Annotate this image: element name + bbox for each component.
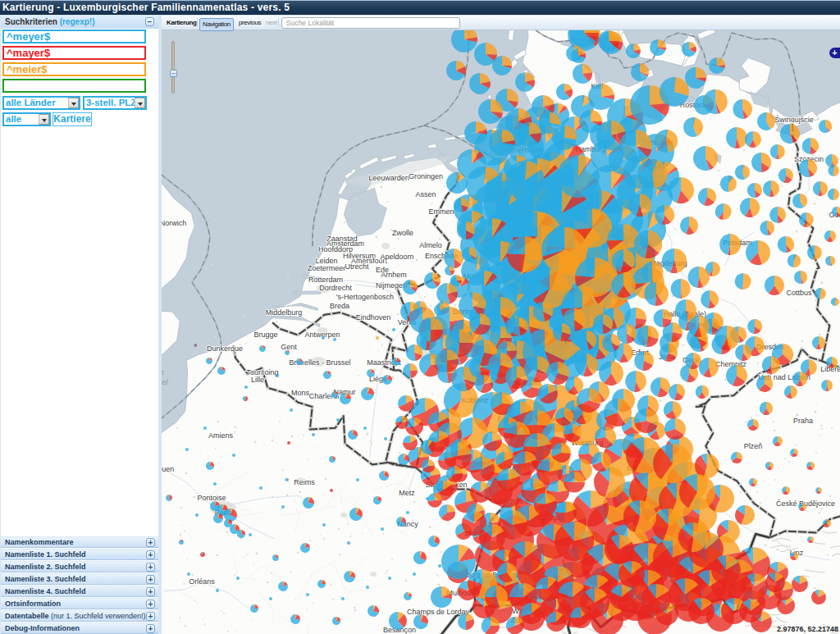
sea-label: English (162, 367, 164, 376)
small-marker-dot (290, 408, 293, 412)
select-alle-arrow[interactable] (39, 114, 49, 125)
sidebar-body: ^meyer$ ^mayer$ ^meier$ alle Länder 3-st… (1, 29, 158, 536)
small-marker-dot (413, 572, 416, 576)
search-field-2[interactable]: ^mayer$ (2, 46, 146, 60)
accordion-section-4[interactable]: Namenliste 3. Suchfeld + (1, 573, 158, 585)
small-marker-dot (438, 564, 441, 568)
city-label: Champs de Lorday (407, 608, 470, 616)
accordion-section-5[interactable]: Namenliste 4. Suchfeld + (1, 586, 158, 597)
city-label: Almelo (419, 241, 442, 249)
toolbar-previous-button[interactable]: previous (239, 18, 261, 28)
city-label: Utrecht (345, 262, 369, 271)
small-marker-dot (381, 527, 384, 531)
cursor-coordinates: 2.97876, 52.21748 (777, 625, 838, 633)
small-marker-dot (287, 441, 290, 445)
small-marker-dot (187, 572, 190, 576)
city-label: Rotterdam (308, 276, 343, 284)
expand-section-button[interactable]: + (146, 600, 155, 609)
accordion-section-3[interactable]: Namenliste 2. Suchfeld + (1, 561, 158, 572)
city-label: Middelburg (266, 308, 303, 317)
expand-section-button[interactable]: + (146, 563, 155, 572)
search-field-4[interactable] (2, 79, 146, 93)
city-label: Świnoujście (774, 115, 814, 124)
city-label: Brugge (253, 331, 277, 339)
small-marker-dot (185, 448, 189, 451)
city-label: Zwolle (392, 229, 413, 237)
small-marker-dot (306, 593, 309, 596)
select-plz-value: 3-stell. PLZ (86, 98, 136, 107)
accordion-section-8[interactable]: Debug-Informationen + (1, 623, 158, 634)
search-field-3[interactable]: ^meier$ (2, 62, 146, 76)
collapse-panel-button[interactable]: − (145, 17, 154, 26)
small-marker-dot (322, 523, 326, 527)
expand-section-button[interactable]: + (146, 575, 155, 584)
window-title: Kartierung - Luxemburgischer Familiennam… (0, 0, 840, 15)
small-marker-dot (366, 586, 369, 589)
select-countries[interactable]: alle Länder (2, 96, 80, 110)
small-marker-dot (384, 437, 387, 440)
zoom-slider[interactable] (171, 41, 175, 94)
expand-section-button[interactable]: + (146, 612, 155, 621)
accordion-label: Namenliste 2. Suchfeld (5, 563, 86, 571)
accordion-section-7[interactable]: Datentabelle (nur 1. Suchfeld verwenden!… (1, 610, 158, 622)
small-marker-dot (195, 513, 199, 517)
city-label: Lille (251, 376, 264, 384)
accordion-label: Debug-Informationen (5, 624, 80, 632)
city-label: Zoetermeer (308, 264, 346, 272)
zoom-in-button[interactable]: + (829, 48, 840, 58)
city-label: Arnhem (381, 271, 407, 279)
accordion-section-1[interactable]: Namenkommentare + (1, 536, 158, 548)
search-field-1[interactable]: ^meyer$ (2, 30, 146, 43)
expand-section-button[interactable]: + (146, 587, 155, 596)
small-marker-dot (392, 328, 395, 331)
locality-search-input[interactable] (281, 17, 460, 29)
sidebar: Suchkriterien (regexp!) − ^meyer$ ^mayer… (1, 16, 158, 634)
small-marker-dot (276, 374, 279, 377)
accordion-section-6[interactable]: Ortsinformation + (1, 598, 158, 609)
city-label: Norwich (162, 219, 186, 227)
small-marker-dot (203, 426, 207, 430)
toolbar-navigation-button[interactable]: Navigation (199, 18, 234, 31)
city-label: Dordrecht (319, 284, 352, 292)
city-label: Reims (294, 478, 315, 486)
small-marker-dot (216, 589, 219, 592)
accordion-suffix: (nur 1. Suchfeld verwenden!) (51, 612, 146, 620)
accordion-label: Datentabelle (5, 612, 49, 620)
expand-section-button[interactable]: + (146, 538, 155, 547)
city-label: Praha (793, 417, 813, 425)
city-label: Metz (399, 489, 415, 497)
kartiere-button[interactable]: Kartiere (52, 112, 92, 126)
city-label: Apeldoorn (380, 253, 413, 261)
small-marker-dot (269, 597, 272, 600)
small-marker-dot (236, 577, 240, 580)
city-label: Leeuwarden (368, 174, 409, 182)
small-marker-dot (322, 336, 325, 340)
map[interactable]: WaddenSeaEnglishChannelNorwichLeeuwarden… (162, 16, 840, 634)
city-label: Emmen (428, 208, 454, 216)
select-alle[interactable]: alle (2, 112, 51, 126)
select-plz[interactable]: 3-stell. PLZ (83, 96, 147, 110)
small-marker-dot (249, 533, 252, 536)
expand-section-button[interactable]: + (146, 624, 155, 633)
small-marker-dot (406, 511, 409, 514)
panel-title: Suchkriterien (5, 17, 57, 26)
city-label: Assen (415, 190, 436, 198)
zoom-slider-handle[interactable] (170, 70, 177, 77)
city-label: Eindhoven (356, 313, 391, 322)
expand-section-button[interactable]: + (146, 550, 155, 559)
small-marker-dot (426, 497, 429, 500)
city-label: Plzeň (744, 442, 763, 450)
small-marker-dot (376, 336, 379, 340)
select-plz-arrow[interactable] (135, 98, 145, 108)
city-label: Gent (281, 343, 297, 351)
select-countries-arrow[interactable] (68, 98, 79, 108)
city-label: Nijmegen (376, 281, 407, 290)
accordion-section-2[interactable]: Namenliste 1. Suchfeld + (1, 549, 158, 560)
small-marker-dot (336, 418, 340, 422)
accordion-label: Namenliste 1. Suchfeld (5, 550, 86, 559)
toolbar-separator (278, 18, 279, 27)
small-marker-dot (281, 505, 285, 509)
sidebar-panel-header: Suchkriterien (regexp!) − (1, 16, 158, 29)
small-marker-dot (341, 597, 345, 600)
toolbar-next-button: next (266, 18, 277, 28)
